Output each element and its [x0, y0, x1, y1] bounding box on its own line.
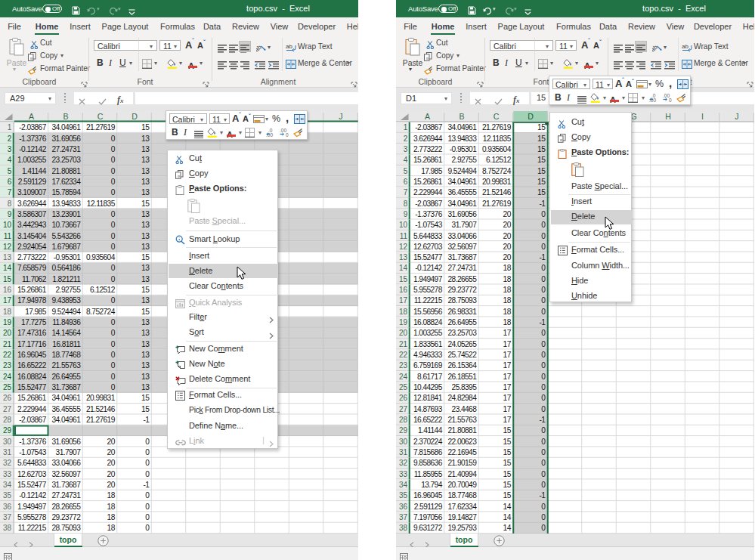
svg-text:27: 27 [399, 405, 408, 413]
svg-text:20: 20 [107, 448, 116, 456]
svg-text:J: J [735, 112, 738, 121]
svg-text:18: 18 [399, 308, 408, 316]
svg-text:14: 14 [3, 264, 12, 272]
svg-text:15: 15 [503, 426, 512, 435]
svg-text:11.7062: 11.7062 [22, 275, 47, 283]
svg-text:31.69056: 31.69056 [52, 438, 82, 446]
svg-text:15: 15 [537, 123, 546, 131]
svg-text:34.04961: 34.04961 [52, 123, 82, 131]
svg-text:13: 13 [141, 296, 150, 305]
svg-text:26: 26 [3, 394, 12, 402]
svg-text:-1: -1 [539, 253, 546, 261]
svg-text:34.04961: 34.04961 [52, 416, 82, 424]
svg-text:13: 13 [141, 210, 150, 218]
svg-text:6.12512: 6.12512 [486, 156, 512, 164]
svg-text:37: 37 [3, 513, 12, 521]
svg-text:9.524494: 9.524494 [52, 308, 82, 316]
svg-text:17: 17 [3, 296, 12, 305]
svg-text:C: C [494, 112, 500, 121]
svg-text:4: 4 [404, 156, 408, 164]
svg-text:16.96045: 16.96045 [413, 491, 443, 500]
svg-text:13: 13 [141, 351, 150, 359]
svg-text:15.26861: 15.26861 [17, 394, 47, 402]
svg-text:18: 18 [503, 264, 512, 272]
svg-text:6: 6 [404, 178, 408, 186]
svg-text:31.7907: 31.7907 [56, 448, 82, 456]
svg-text:2.92755: 2.92755 [56, 286, 82, 294]
svg-text:24.82984: 24.82984 [448, 394, 478, 402]
svg-text:18: 18 [503, 308, 512, 316]
svg-text:16.08824: 16.08824 [413, 318, 443, 326]
svg-text:D: D [132, 112, 138, 121]
svg-text:18: 18 [107, 503, 116, 511]
svg-text:15: 15 [141, 200, 150, 208]
svg-text:12: 12 [3, 243, 12, 251]
svg-text:1.821211: 1.821211 [52, 275, 81, 283]
svg-text:18.77468: 18.77468 [52, 351, 82, 359]
svg-text:9: 9 [8, 210, 12, 218]
svg-text:36.45555: 36.45555 [448, 188, 478, 196]
svg-text:13: 13 [141, 188, 150, 196]
svg-text:15: 15 [141, 253, 150, 261]
svg-text:17: 17 [503, 394, 512, 402]
svg-text:31.69056: 31.69056 [52, 135, 82, 143]
svg-text:3.145404: 3.145404 [17, 232, 47, 240]
svg-text:26.18551: 26.18551 [448, 373, 478, 381]
svg-text:25.8395: 25.8395 [452, 383, 478, 391]
svg-text:13: 13 [141, 178, 150, 186]
svg-text:16.08824: 16.08824 [17, 373, 47, 381]
svg-text:13: 13 [141, 145, 150, 153]
svg-text:-1.07543: -1.07543 [19, 448, 46, 456]
svg-text:13: 13 [399, 253, 408, 261]
svg-text:12.11835: 12.11835 [87, 200, 116, 208]
svg-text:21: 21 [399, 340, 408, 348]
svg-text:28: 28 [399, 416, 408, 424]
svg-text:28.26655: 28.26655 [52, 503, 82, 511]
svg-text:21.90159: 21.90159 [448, 459, 478, 467]
svg-text:14: 14 [503, 503, 512, 511]
svg-text:-0.12142: -0.12142 [415, 264, 442, 272]
svg-text:17.47316: 17.47316 [17, 329, 47, 337]
svg-text:20: 20 [503, 221, 512, 229]
svg-text:0.564186: 0.564186 [52, 264, 82, 272]
svg-text:34.04961: 34.04961 [52, 394, 82, 402]
svg-text:9.858636: 9.858636 [413, 459, 443, 467]
svg-text:-2.03867: -2.03867 [415, 200, 442, 208]
svg-text:15: 15 [537, 135, 546, 143]
svg-text:-1.37376: -1.37376 [19, 135, 46, 143]
svg-text:15.52477: 15.52477 [413, 253, 443, 261]
svg-text:27: 27 [3, 405, 12, 413]
svg-text:13: 13 [141, 243, 150, 251]
svg-text:31.73687: 31.73687 [52, 481, 82, 489]
svg-text:22: 22 [399, 351, 408, 359]
svg-text:21.52146: 21.52146 [482, 188, 512, 196]
svg-text:5: 5 [8, 167, 12, 175]
svg-text:14: 14 [503, 513, 512, 521]
svg-text:17: 17 [503, 329, 512, 337]
svg-text:24.05265: 24.05265 [448, 340, 478, 348]
svg-text:13.794: 13.794 [421, 481, 442, 489]
svg-text:13: 13 [141, 264, 150, 272]
svg-text:13: 13 [141, 373, 150, 381]
svg-text:J: J [339, 112, 342, 121]
svg-text:1.41144: 1.41144 [418, 426, 443, 435]
svg-text:13.94833: 13.94833 [52, 200, 82, 208]
svg-text:26.64955: 26.64955 [52, 373, 82, 381]
svg-text:31.69056: 31.69056 [448, 210, 478, 218]
svg-text:10: 10 [399, 221, 408, 229]
svg-text:7.197056: 7.197056 [413, 513, 443, 521]
svg-text:7.658579: 7.658579 [17, 264, 47, 272]
svg-text:5.955278: 5.955278 [17, 513, 47, 521]
svg-text:8.752724: 8.752724 [86, 308, 116, 316]
svg-text:11: 11 [400, 232, 408, 240]
svg-text:17.985: 17.985 [25, 308, 46, 316]
svg-text:21: 21 [3, 340, 12, 348]
svg-text:37: 37 [399, 513, 408, 521]
svg-text:1.949497: 1.949497 [17, 503, 47, 511]
svg-text:13: 13 [141, 361, 150, 370]
svg-text:34: 34 [3, 481, 12, 489]
svg-text:20: 20 [503, 243, 512, 251]
svg-text:-1.37376: -1.37376 [19, 438, 46, 446]
svg-text:23: 23 [3, 361, 12, 370]
svg-text:12.62703: 12.62703 [413, 243, 443, 251]
